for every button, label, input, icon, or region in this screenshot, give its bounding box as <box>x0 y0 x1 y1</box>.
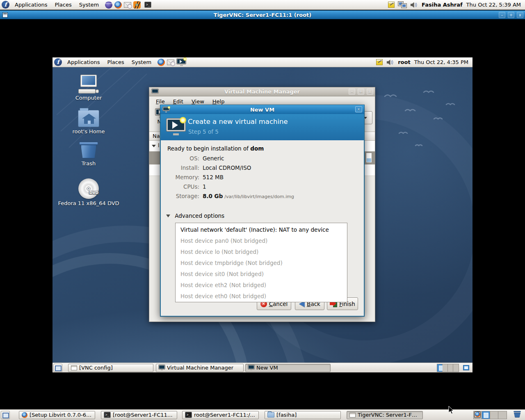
summary-row-install: Install: Local CDROM/ISO <box>167 164 356 173</box>
eclipse-launcher-icon[interactable] <box>105 1 112 9</box>
firefox-launcher-icon[interactable] <box>114 1 122 9</box>
taskbar-item-fasiha-folder[interactable]: [fasiha] <box>265 411 341 419</box>
desktop-icon-label: Trash <box>54 160 123 167</box>
host-username[interactable]: Fasiha Ashraf <box>422 2 463 8</box>
workspace-2[interactable] <box>443 364 448 372</box>
summary-row-memory: Memory: 512 MB <box>167 174 356 182</box>
desktop-icon-computer[interactable]: Computer <box>54 75 123 101</box>
host-menu-system[interactable]: System <box>75 2 103 8</box>
taskbar-item-new-vm[interactable]: New VM <box>245 364 331 372</box>
new-vm-titlebar[interactable]: New VM x <box>160 105 364 114</box>
workspace-1[interactable] <box>437 364 443 372</box>
host-clock[interactable]: Thu Oct 22, 5:39 AM <box>466 2 521 8</box>
list-item: Host device tmpbridge (Not bridged) <box>176 258 347 269</box>
terminal-icon: >_ <box>104 412 111 418</box>
volume-icon[interactable] <box>386 59 394 66</box>
volume-icon[interactable] <box>410 2 418 8</box>
vmm-icon <box>159 365 165 370</box>
desktop-icon-label: root's Home <box>54 128 123 135</box>
maximize-button[interactable]: + <box>508 12 514 18</box>
menu-view[interactable]: View <box>187 98 208 105</box>
remote-username[interactable]: root <box>398 59 411 65</box>
notes-applet-icon[interactable] <box>388 2 395 8</box>
desktop-icon-dvd[interactable]: DVD Fedora 11 x86_64 DVD <box>54 178 123 207</box>
vmm-titlebar[interactable]: Virtual Machine Manager – + x <box>149 87 375 96</box>
cpu-graph-cell <box>366 153 372 163</box>
window-icon <box>71 365 77 370</box>
workspace-switcher <box>473 411 507 419</box>
desktop-icon-trash[interactable]: Trash <box>54 141 123 167</box>
notes-applet-icon[interactable] <box>376 59 383 65</box>
desktop-icon-label: Computer <box>54 95 123 101</box>
taskbar-item-setup-libvirt[interactable]: [Setup Libvirt 0.7.0-6 ... <box>19 411 95 419</box>
taskbar-item-vnc-config[interactable]: [VNC config] <box>68 364 153 372</box>
firefox-icon <box>475 412 480 417</box>
workspace-1[interactable] <box>474 411 482 419</box>
list-item[interactable]: Virtual network 'default' (Inactive): NA… <box>176 224 347 235</box>
desktop-icon-home[interactable]: root's Home <box>54 110 123 135</box>
taskbar-item-terminal-1[interactable]: >_ [root@Server1-FC11:~] <box>101 411 177 419</box>
firefox-launcher-icon[interactable] <box>158 59 165 66</box>
show-desktop-button[interactable] <box>53 364 62 372</box>
summary-row-os: OS: Generic <box>167 155 356 163</box>
create-vm-icon <box>167 119 185 136</box>
advanced-options-expander[interactable]: Advanced options <box>166 212 224 219</box>
vnc-window-title: TigerVNC: Server1-FC11:1 (root) <box>0 12 525 18</box>
list-item: Host device lo (Not bridged) <box>176 247 347 258</box>
close-button[interactable]: x <box>355 106 362 112</box>
network-device-list: Virtual network 'default' (Inactive): NA… <box>175 223 347 302</box>
summary-row-cpus: CPUs: 1 <box>167 183 356 192</box>
workspace-4[interactable] <box>498 411 507 419</box>
virt-manager-launcher-icon[interactable] <box>177 59 186 66</box>
network-monitors-icon[interactable] <box>398 2 406 8</box>
taskbar-item-terminal-2[interactable]: >_ root@Server1-FC11:/... <box>182 411 259 419</box>
remote-menu-places[interactable]: Places <box>103 59 128 65</box>
evolution-launcher-icon[interactable] <box>124 2 131 8</box>
taskbar-item-tigervnc[interactable]: TigerVNC: Server1-FC... <box>347 411 423 419</box>
host-taskbar: [Setup Libvirt 0.7.0-6 ... >_ [root@Serv… <box>0 409 525 420</box>
folder-icon <box>267 412 274 418</box>
vmm-window-title: Virtual Machine Manager <box>149 89 375 95</box>
host-menu-applications[interactable]: Applications <box>11 2 51 8</box>
menu-file[interactable]: File <box>152 98 169 105</box>
host-menu-places[interactable]: Places <box>51 2 75 8</box>
vnc-window-titlebar[interactable]: TigerVNC: Server1-FC11:1 (root) – + x <box>0 10 525 19</box>
list-item: Host device sit0 (Not bridged) <box>176 269 347 280</box>
maximize-button[interactable]: + <box>358 89 364 95</box>
window-list-icon[interactable] <box>463 365 469 370</box>
close-button[interactable]: x <box>517 12 523 18</box>
fedora-logo-icon[interactable]: f <box>54 58 62 66</box>
trash-applet[interactable] <box>514 411 521 419</box>
workspace-2[interactable] <box>482 411 490 419</box>
wizard-title: Create a new virtual machine <box>188 118 288 126</box>
host-screen: f Applications Places System >_ Fasiha A… <box>0 0 525 420</box>
remote-top-panel: f Applications Places System root Thu Oc… <box>52 57 472 67</box>
new-vm-dialog: New VM x Create a new virtual machine St… <box>160 105 365 317</box>
desktop-icon-label: Fedora 11 x86_64 DVD <box>58 200 119 207</box>
workspace-4[interactable] <box>453 364 459 372</box>
workspace-3[interactable] <box>490 411 498 419</box>
remote-menu-applications[interactable]: Applications <box>64 59 103 65</box>
home-folder-icon <box>78 110 99 127</box>
new-vm-title: New VM <box>160 107 364 113</box>
dvd-disc-icon: DVD <box>77 178 100 199</box>
evolution-launcher-icon[interactable] <box>167 59 174 65</box>
minimize-button[interactable]: – <box>499 12 505 18</box>
minimize-button[interactable]: – <box>349 89 355 95</box>
workspace-3[interactable] <box>448 364 453 372</box>
show-desktop-button[interactable] <box>1 411 10 419</box>
close-button[interactable]: x <box>367 89 373 95</box>
taskbar-item-vmm[interactable]: Virtual Machine Manager <box>156 364 244 372</box>
remote-menu-system[interactable]: System <box>128 59 155 65</box>
remote-clock[interactable]: Thu Oct 22, 4:35 PM <box>414 59 468 65</box>
remote-desktop: f Applications Places System root Thu Oc… <box>52 57 472 372</box>
tigervnc-launcher-icon[interactable] <box>133 1 141 9</box>
menu-help[interactable]: Help <box>208 98 229 105</box>
list-item: Host device eth0 (Not bridged) <box>176 291 347 302</box>
terminal-launcher-icon[interactable]: >_ <box>144 2 151 8</box>
list-item: Host device eth2 (Not bridged) <box>176 280 347 291</box>
mouse-cursor <box>448 406 455 415</box>
fedora-logo-icon[interactable]: f <box>2 1 9 9</box>
menu-edit[interactable]: Edit <box>169 98 187 105</box>
firefox-icon <box>22 412 27 418</box>
